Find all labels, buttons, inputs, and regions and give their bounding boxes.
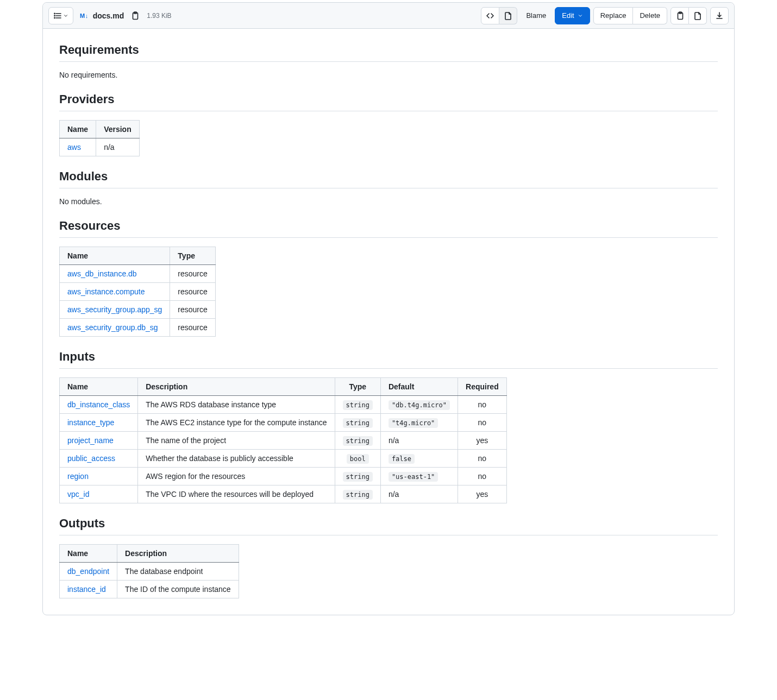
code-literal: "us-east-1" xyxy=(388,472,438,482)
col-header: Description xyxy=(117,545,239,563)
code-literal: "db.t4g.micro" xyxy=(388,400,450,410)
output-link[interactable]: instance_id xyxy=(67,585,106,594)
resource-name-cell: aws_security_group.app_sg xyxy=(60,301,170,319)
col-header: Type xyxy=(335,378,380,396)
input-link[interactable]: vpc_id xyxy=(67,490,89,499)
table-row: awsn/a xyxy=(60,138,140,156)
resource-name-cell: aws_instance.compute xyxy=(60,283,170,301)
list-icon xyxy=(53,11,62,20)
input-desc-cell: AWS region for the resources xyxy=(138,468,335,485)
input-required-cell: no xyxy=(458,414,507,432)
col-header: Name xyxy=(60,247,170,265)
code-literal: bool xyxy=(347,454,369,464)
input-type-cell: string xyxy=(335,432,380,450)
table-row: aws_security_group.app_sgresource xyxy=(60,301,216,319)
col-header: Name xyxy=(60,121,96,138)
heading-inputs: Inputs xyxy=(59,350,718,369)
resources-table: Name Type aws_db_instance.dbresourceaws_… xyxy=(59,247,216,337)
copy-path-button[interactable] xyxy=(128,7,141,24)
input-default-cell: "us-east-1" xyxy=(380,468,458,485)
input-required-cell: no xyxy=(458,396,507,414)
output-desc-cell: The ID of the compute instance xyxy=(117,581,239,598)
file-size: 1.93 KiB xyxy=(145,12,171,20)
input-default-cell: n/a xyxy=(380,485,458,503)
svg-point-4 xyxy=(54,15,55,16)
view-mode-group xyxy=(481,7,517,24)
input-link[interactable]: region xyxy=(67,472,89,481)
code-literal: string xyxy=(343,418,373,428)
output-link[interactable]: db_endpoint xyxy=(67,567,109,576)
resource-type-cell: resource xyxy=(170,265,215,283)
resource-link[interactable]: aws_instance.compute xyxy=(67,287,145,296)
copy-permalink-group xyxy=(671,7,707,24)
resource-link[interactable]: aws_db_instance.db xyxy=(67,269,137,278)
table-row: db_endpointThe database endpoint xyxy=(60,563,239,581)
code-literal: string xyxy=(343,472,373,482)
input-desc-cell: Whether the database is publicly accessi… xyxy=(138,450,335,468)
markdown-icon: M↓ xyxy=(77,12,89,19)
input-desc-cell: The AWS EC2 instance type for the comput… xyxy=(138,414,335,432)
resource-link[interactable]: aws_security_group.app_sg xyxy=(67,305,162,314)
input-default-cell: false xyxy=(380,450,458,468)
copy-contents-button[interactable] xyxy=(671,7,689,24)
input-name-cell: db_instance_class xyxy=(60,396,138,414)
input-default-cell: "t4g.micro" xyxy=(380,414,458,432)
table-row: regionAWS region for the resourcesstring… xyxy=(60,468,507,485)
input-link[interactable]: public_access xyxy=(67,454,115,463)
replace-button[interactable]: Replace xyxy=(593,7,634,24)
table-row: aws_db_instance.dbresource xyxy=(60,265,216,283)
input-link[interactable]: instance_type xyxy=(67,418,114,427)
download-button[interactable] xyxy=(710,7,729,24)
providers-table: Name Version awsn/a xyxy=(59,120,140,156)
code-literal: string xyxy=(343,436,373,446)
code-literal: string xyxy=(343,490,373,500)
svg-point-5 xyxy=(54,17,55,18)
code-icon xyxy=(486,11,494,20)
col-header: Name xyxy=(60,378,138,396)
edit-label: Edit xyxy=(562,11,574,20)
delete-button[interactable]: Delete xyxy=(633,7,667,24)
outline-toggle-button[interactable] xyxy=(48,7,73,24)
input-type-cell: string xyxy=(335,485,380,503)
source-view-button[interactable] xyxy=(481,7,499,24)
clipboard-icon xyxy=(675,11,684,20)
output-desc-cell: The database endpoint xyxy=(117,563,239,581)
chevron-down-icon xyxy=(578,11,583,20)
blame-button[interactable]: Blame xyxy=(521,7,552,24)
inputs-table: Name Description Type Default Required d… xyxy=(59,377,507,503)
input-required-cell: no xyxy=(458,468,507,485)
code-literal: string xyxy=(343,400,373,410)
input-link[interactable]: project_name xyxy=(67,436,114,445)
input-desc-cell: The name of the project xyxy=(138,432,335,450)
file-card: M↓ docs.md 1.93 KiB xyxy=(42,2,735,615)
input-default-cell: n/a xyxy=(380,432,458,450)
input-link[interactable]: db_instance_class xyxy=(67,400,130,409)
col-header: Type xyxy=(170,247,215,265)
table-row: project_nameThe name of the projectstrin… xyxy=(60,432,507,450)
input-type-cell: string xyxy=(335,414,380,432)
resource-type-cell: resource xyxy=(170,301,215,319)
resource-name-cell: aws_db_instance.db xyxy=(60,265,170,283)
resource-type-cell: resource xyxy=(170,319,215,337)
input-type-cell: string xyxy=(335,396,380,414)
col-header: Version xyxy=(96,121,140,138)
input-type-cell: bool xyxy=(335,450,380,468)
table-row: aws_instance.computeresource xyxy=(60,283,216,301)
edit-button[interactable]: Edit xyxy=(555,7,590,24)
chevron-down-icon xyxy=(63,11,68,20)
input-name-cell: instance_type xyxy=(60,414,138,432)
heading-outputs: Outputs xyxy=(59,516,718,535)
code-literal: "t4g.micro" xyxy=(388,418,438,428)
file-name: docs.md xyxy=(92,11,126,20)
input-desc-cell: The AWS RDS database instance type xyxy=(138,396,335,414)
input-type-cell: string xyxy=(335,468,380,485)
resource-link[interactable]: aws_security_group.db_sg xyxy=(67,323,158,332)
output-name-cell: instance_id xyxy=(60,581,117,598)
input-name-cell: region xyxy=(60,468,138,485)
input-required-cell: yes xyxy=(458,432,507,450)
raw-file-button[interactable] xyxy=(689,7,707,24)
rendered-view-button[interactable] xyxy=(499,7,517,24)
provider-version-cell: n/a xyxy=(96,138,140,156)
provider-link[interactable]: aws xyxy=(67,143,81,152)
replace-delete-group: Replace Delete xyxy=(593,7,667,24)
